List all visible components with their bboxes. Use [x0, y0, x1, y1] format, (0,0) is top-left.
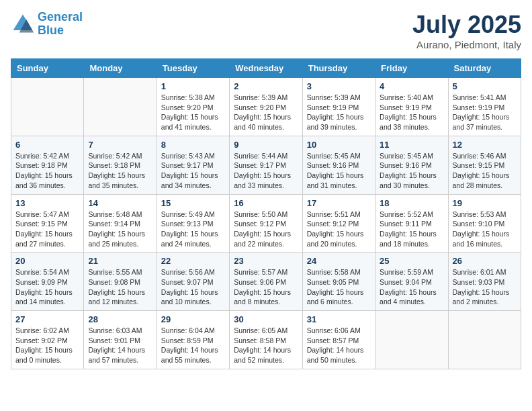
header-monday: Monday: [84, 59, 157, 78]
day-number: 20: [15, 256, 79, 266]
day-number: 4: [380, 81, 443, 91]
cell-details: Sunrise: 6:03 AMSunset: 9:01 PMDaylight:…: [88, 326, 152, 365]
calendar-cell: 5 Sunrise: 5:41 AMSunset: 9:19 PMDayligh…: [448, 78, 521, 136]
month-year-title: July 2025: [412, 11, 521, 39]
day-number: 5: [453, 81, 517, 91]
calendar-week-row: 1 Sunrise: 5:38 AMSunset: 9:20 PMDayligh…: [11, 78, 521, 136]
calendar-cell: 15 Sunrise: 5:49 AMSunset: 9:13 PMDaylig…: [157, 194, 229, 253]
calendar-cell: 2 Sunrise: 5:39 AMSunset: 9:20 PMDayligh…: [230, 78, 302, 136]
logo: General Blue: [11, 11, 83, 38]
calendar-cell: [84, 78, 157, 136]
day-number: 12: [453, 140, 517, 150]
calendar-cell: 31 Sunrise: 6:06 AMSunset: 8:57 PMDaylig…: [302, 311, 375, 369]
calendar-cell: 11 Sunrise: 5:45 AMSunset: 9:16 PMDaylig…: [375, 136, 448, 194]
logo-text: General Blue: [38, 11, 83, 38]
day-number: 22: [161, 256, 225, 266]
cell-details: Sunrise: 5:53 AMSunset: 9:10 PMDaylight:…: [453, 210, 517, 249]
cell-details: Sunrise: 5:39 AMSunset: 9:19 PMDaylight:…: [307, 93, 371, 132]
calendar-cell: 29 Sunrise: 6:04 AMSunset: 8:59 PMDaylig…: [157, 311, 229, 369]
page-container: General Blue July 2025 Aurano, Piedmont,…: [11, 11, 521, 369]
calendar-cell: 10 Sunrise: 5:45 AMSunset: 9:16 PMDaylig…: [302, 136, 375, 194]
day-number: 1: [161, 81, 225, 91]
cell-details: Sunrise: 5:44 AMSunset: 9:17 PMDaylight:…: [234, 151, 298, 191]
calendar-cell: 25 Sunrise: 5:59 AMSunset: 9:04 PMDaylig…: [375, 253, 448, 311]
calendar-cell: 7 Sunrise: 5:42 AMSunset: 9:18 PMDayligh…: [84, 136, 157, 194]
cell-details: Sunrise: 6:02 AMSunset: 9:02 PMDaylight:…: [15, 326, 79, 365]
calendar-week-row: 13 Sunrise: 5:47 AMSunset: 9:15 PMDaylig…: [11, 194, 521, 253]
calendar-cell: 26 Sunrise: 6:01 AMSunset: 9:03 PMDaylig…: [448, 253, 521, 311]
day-number: 14: [88, 198, 152, 208]
cell-details: Sunrise: 5:57 AMSunset: 9:06 PMDaylight:…: [234, 267, 298, 307]
day-number: 21: [88, 256, 152, 266]
calendar-cell: 4 Sunrise: 5:40 AMSunset: 9:19 PMDayligh…: [375, 78, 448, 136]
day-number: 24: [307, 256, 371, 266]
day-number: 23: [234, 256, 298, 266]
calendar-cell: 20 Sunrise: 5:54 AMSunset: 9:09 PMDaylig…: [11, 253, 84, 311]
cell-details: Sunrise: 6:05 AMSunset: 8:58 PMDaylight:…: [234, 326, 298, 365]
day-number: 18: [380, 198, 443, 208]
calendar-cell: 8 Sunrise: 5:43 AMSunset: 9:17 PMDayligh…: [157, 136, 229, 194]
day-number: 17: [307, 198, 371, 208]
page-header: General Blue July 2025 Aurano, Piedmont,…: [11, 11, 521, 50]
calendar-cell: 9 Sunrise: 5:44 AMSunset: 9:17 PMDayligh…: [230, 136, 302, 194]
calendar-cell: [448, 311, 521, 369]
cell-details: Sunrise: 5:56 AMSunset: 9:07 PMDaylight:…: [161, 267, 225, 307]
calendar-cell: [375, 311, 448, 369]
calendar-cell: 23 Sunrise: 5:57 AMSunset: 9:06 PMDaylig…: [230, 253, 302, 311]
day-number: 2: [234, 81, 298, 91]
day-number: 30: [234, 314, 298, 324]
calendar-cell: 21 Sunrise: 5:55 AMSunset: 9:08 PMDaylig…: [84, 253, 157, 311]
day-number: 26: [453, 256, 517, 266]
header-tuesday: Tuesday: [157, 59, 229, 78]
calendar-cell: 14 Sunrise: 5:48 AMSunset: 9:14 PMDaylig…: [84, 194, 157, 253]
cell-details: Sunrise: 5:47 AMSunset: 9:15 PMDaylight:…: [15, 210, 79, 249]
cell-details: Sunrise: 5:52 AMSunset: 9:11 PMDaylight:…: [380, 210, 443, 249]
calendar-cell: 3 Sunrise: 5:39 AMSunset: 9:19 PMDayligh…: [302, 78, 375, 136]
calendar-cell: 19 Sunrise: 5:53 AMSunset: 9:10 PMDaylig…: [448, 194, 521, 253]
calendar-week-row: 6 Sunrise: 5:42 AMSunset: 9:18 PMDayligh…: [11, 136, 521, 194]
day-number: 7: [88, 140, 152, 150]
day-number: 10: [307, 140, 371, 150]
calendar-cell: 17 Sunrise: 5:51 AMSunset: 9:12 PMDaylig…: [302, 194, 375, 253]
title-block: July 2025 Aurano, Piedmont, Italy: [412, 11, 521, 50]
cell-details: Sunrise: 5:48 AMSunset: 9:14 PMDaylight:…: [88, 210, 152, 249]
calendar-cell: 27 Sunrise: 6:02 AMSunset: 9:02 PMDaylig…: [11, 311, 84, 369]
cell-details: Sunrise: 5:50 AMSunset: 9:12 PMDaylight:…: [234, 210, 298, 249]
cell-details: Sunrise: 5:40 AMSunset: 9:19 PMDaylight:…: [380, 93, 443, 132]
calendar-cell: 28 Sunrise: 6:03 AMSunset: 9:01 PMDaylig…: [84, 311, 157, 369]
cell-details: Sunrise: 5:54 AMSunset: 9:09 PMDaylight:…: [15, 267, 79, 307]
header-thursday: Thursday: [302, 59, 375, 78]
day-number: 8: [161, 140, 225, 150]
header-saturday: Saturday: [448, 59, 521, 78]
day-number: 3: [307, 81, 371, 91]
calendar-cell: 13 Sunrise: 5:47 AMSunset: 9:15 PMDaylig…: [11, 194, 84, 253]
day-number: 25: [380, 256, 443, 266]
day-number: 27: [15, 314, 79, 324]
day-number: 19: [453, 198, 517, 208]
day-number: 29: [161, 314, 225, 324]
day-number: 15: [161, 198, 225, 208]
calendar-cell: 22 Sunrise: 5:56 AMSunset: 9:07 PMDaylig…: [157, 253, 229, 311]
logo-icon: [11, 12, 35, 36]
cell-details: Sunrise: 5:58 AMSunset: 9:05 PMDaylight:…: [307, 267, 371, 307]
day-number: 28: [88, 314, 152, 324]
cell-details: Sunrise: 5:38 AMSunset: 9:20 PMDaylight:…: [161, 93, 225, 132]
cell-details: Sunrise: 5:39 AMSunset: 9:20 PMDaylight:…: [234, 93, 298, 132]
day-number: 31: [307, 314, 371, 324]
cell-details: Sunrise: 5:45 AMSunset: 9:16 PMDaylight:…: [307, 151, 371, 191]
calendar-week-row: 27 Sunrise: 6:02 AMSunset: 9:02 PMDaylig…: [11, 311, 521, 369]
calendar-cell: 24 Sunrise: 5:58 AMSunset: 9:05 PMDaylig…: [302, 253, 375, 311]
cell-details: Sunrise: 5:46 AMSunset: 9:15 PMDaylight:…: [453, 151, 517, 191]
cell-details: Sunrise: 5:42 AMSunset: 9:18 PMDaylight:…: [88, 151, 152, 191]
header-sunday: Sunday: [11, 59, 84, 78]
day-number: 6: [15, 140, 79, 150]
cell-details: Sunrise: 5:55 AMSunset: 9:08 PMDaylight:…: [88, 267, 152, 307]
header-friday: Friday: [375, 59, 448, 78]
calendar-cell: 1 Sunrise: 5:38 AMSunset: 9:20 PMDayligh…: [157, 78, 229, 136]
cell-details: Sunrise: 5:43 AMSunset: 9:17 PMDaylight:…: [161, 151, 225, 191]
cell-details: Sunrise: 5:59 AMSunset: 9:04 PMDaylight:…: [380, 267, 443, 307]
cell-details: Sunrise: 6:01 AMSunset: 9:03 PMDaylight:…: [453, 267, 517, 307]
cell-details: Sunrise: 5:45 AMSunset: 9:16 PMDaylight:…: [380, 151, 443, 191]
day-number: 11: [380, 140, 443, 150]
cell-details: Sunrise: 5:41 AMSunset: 9:19 PMDaylight:…: [453, 93, 517, 132]
